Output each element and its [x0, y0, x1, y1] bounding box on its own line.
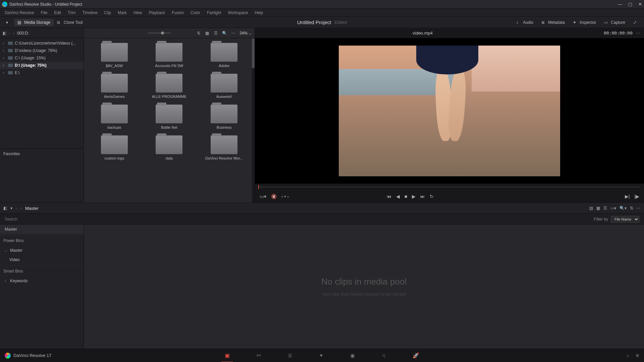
prev-frame-icon[interactable]: ◀ — [396, 194, 400, 199]
drive-item[interactable]: ›D:\ (Usage: 75%) — [0, 62, 84, 69]
menu-file[interactable]: File — [38, 9, 50, 16]
zoom-chevron-icon[interactable]: ⌵ — [249, 31, 251, 36]
page-color-icon[interactable]: ◉ — [350, 352, 355, 359]
viewer-more-icon[interactable]: ⋯ — [636, 31, 640, 36]
mark-in-icon[interactable]: ‹ • › — [281, 194, 289, 199]
first-frame-icon[interactable]: ⏮ — [387, 194, 391, 199]
menu-davinci[interactable]: DaVinci Resolve — [2, 9, 37, 16]
viewer-scrubber[interactable] — [255, 184, 644, 190]
bin-keywords[interactable]: ›Keywords — [0, 276, 84, 286]
inspector-panel-button[interactable]: ✦Inspector — [570, 19, 599, 26]
menu-clip[interactable]: Clip — [101, 9, 114, 16]
menu-mark[interactable]: Mark — [115, 9, 129, 16]
match-frame-icon[interactable]: ▭▾ — [260, 194, 266, 199]
drive-item[interactable]: ›E:\ — [0, 69, 84, 76]
search-input[interactable] — [5, 217, 594, 222]
sort-icon[interactable]: ⇅ — [196, 31, 201, 36]
menu-timeline[interactable]: Timeline — [79, 9, 100, 16]
folder-item[interactable]: $AV_ASW — [89, 43, 140, 68]
menu-help[interactable]: Help — [252, 9, 266, 16]
page-cut-icon[interactable]: ✄ — [257, 352, 261, 359]
pool-sort-icon[interactable]: ⇅ — [630, 206, 633, 210]
bin-video[interactable]: Video — [0, 255, 84, 264]
menu-color[interactable]: Color — [188, 9, 203, 16]
page-fusion-icon[interactable]: ✦ — [319, 352, 323, 359]
thumbnail-size-slider[interactable] — [148, 33, 171, 34]
drive-item[interactable]: ›D:\videos (Usage: 76%) — [0, 47, 84, 54]
stop-icon[interactable]: ■ — [405, 194, 407, 199]
menu-fusion[interactable]: Fusion — [169, 9, 186, 16]
home-icon[interactable]: ⌂ — [627, 353, 629, 358]
page-deliver-icon[interactable]: 🚀 — [413, 352, 419, 359]
nav-fwd-icon[interactable]: › — [13, 31, 14, 36]
capture-panel-button[interactable]: ▭Capture — [601, 19, 629, 26]
settings-icon[interactable]: ⚙ — [636, 353, 639, 358]
filter-by-select[interactable]: File Name — [611, 216, 639, 223]
folder-label: AeriaGames — [104, 95, 124, 99]
folder-item[interactable]: Adobe — [198, 43, 250, 68]
menu-workspace[interactable]: Workspace — [225, 9, 251, 16]
power-bins-header[interactable]: Power Bins — [0, 235, 84, 246]
folder-item[interactable]: Business — [198, 105, 250, 129]
menu-trim[interactable]: Trim — [65, 9, 78, 16]
folder-item[interactable]: backups — [89, 105, 140, 129]
media-pool-main[interactable]: No clips in media pool Add clips from Me… — [84, 225, 644, 349]
pool-search-icon[interactable]: 🔍▾ — [620, 206, 627, 210]
pool-list-view-icon[interactable]: ☰ — [603, 206, 607, 210]
more-icon[interactable]: ⋯ — [231, 31, 236, 36]
favorites-header[interactable]: Favorites — [0, 148, 84, 159]
bin-label: Keywords — [10, 279, 28, 283]
smart-bins-header[interactable]: Smart Bins — [0, 266, 84, 276]
folder-item[interactable]: custom logs — [89, 135, 140, 160]
folder-item[interactable]: ALLE PROGRAMME — [144, 74, 195, 99]
jump-next-icon[interactable]: ▶| — [625, 194, 630, 199]
pool-back-icon[interactable]: ‹ — [16, 206, 17, 210]
folder-item[interactable]: Battle Net — [144, 105, 195, 129]
pool-strip-view-icon[interactable]: ▤ — [589, 206, 593, 210]
pool-frame-icon[interactable]: ▭▾ — [610, 206, 616, 210]
minimize-icon[interactable]: — — [618, 2, 622, 7]
close-icon[interactable]: ✕ — [638, 2, 642, 7]
folder-item[interactable]: Accounts FN SW — [144, 43, 195, 68]
page-edit-icon[interactable]: ≣ — [288, 352, 292, 359]
bin-master[interactable]: Master — [0, 225, 84, 234]
viewer-frame[interactable] — [339, 46, 560, 176]
page-media-icon[interactable]: ▣ — [225, 352, 230, 359]
maximize-icon[interactable]: ▢ — [628, 2, 632, 7]
pool-more-icon[interactable]: ⋯ — [637, 206, 641, 210]
browser-scrollbar[interactable] — [252, 38, 255, 202]
pool-breadcrumb[interactable]: Master — [25, 206, 39, 211]
pool-sidebar-icon[interactable]: ◧ — [3, 206, 7, 210]
pool-view-mode-icon[interactable]: ▾ — [10, 206, 12, 210]
list-view-icon[interactable]: ☰ — [213, 31, 219, 36]
nav-back-icon[interactable]: ‹ — [9, 31, 10, 36]
play-icon[interactable]: ▶ — [412, 194, 416, 199]
drive-item[interactable]: ›C:\ (Usage: 15%) — [0, 54, 84, 62]
panel-toggle-button[interactable]: ▾ — [3, 19, 14, 26]
audio-panel-button[interactable]: ♪Audio — [513, 19, 537, 26]
page-fairlight-icon[interactable]: ♫ — [382, 352, 386, 359]
folder-item[interactable]: DaVinci Resolve Wor... — [198, 135, 250, 160]
menu-edit[interactable]: Edit — [51, 9, 64, 16]
grid-view-icon[interactable]: ▦ — [205, 31, 210, 36]
menu-playback[interactable]: Playback — [146, 9, 168, 16]
jump-last-icon[interactable]: |▶ — [634, 194, 639, 199]
sidebar-toggle-icon[interactable]: ◧ — [3, 31, 6, 36]
loop-icon[interactable]: ↻ — [430, 194, 434, 199]
search-icon[interactable]: 🔍 — [222, 31, 227, 36]
metadata-panel-button[interactable]: ≣Metadata — [538, 19, 568, 26]
expand-button[interactable]: ⤢ — [630, 19, 641, 26]
clone-tool-button[interactable]: ⧉ Clone Tool — [54, 19, 86, 26]
next-frame-icon[interactable]: ⏭ — [420, 194, 425, 199]
menu-view[interactable]: View — [131, 9, 145, 16]
folder-item[interactable]: data — [144, 135, 195, 160]
pool-fwd-icon[interactable]: › — [20, 206, 22, 210]
mute-icon[interactable]: 🔇 — [271, 194, 277, 199]
menu-fairlight[interactable]: Fairlight — [204, 9, 224, 16]
bin-power-master[interactable]: ⌵Master — [0, 246, 84, 255]
drive-item[interactable]: ›C:\Users\Lizenznehmer\Videos (... — [0, 40, 84, 47]
media-storage-button[interactable]: ▤ Media Storage — [14, 19, 54, 26]
folder-item[interactable]: Ausweis# — [198, 74, 250, 99]
pool-grid-view-icon[interactable]: ▦ — [596, 206, 600, 210]
folder-item[interactable]: AeriaGames — [89, 74, 140, 99]
